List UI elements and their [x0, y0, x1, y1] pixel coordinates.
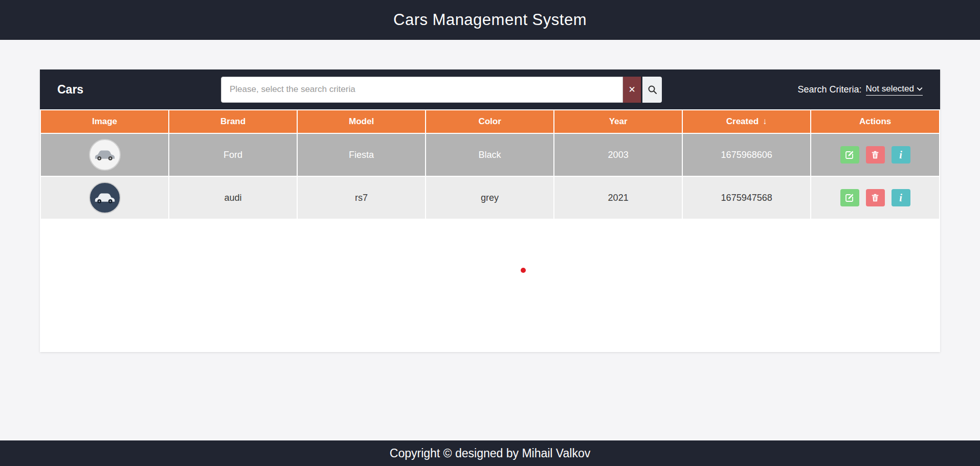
- column-header-model[interactable]: Model: [298, 110, 425, 133]
- close-icon: ✕: [628, 84, 635, 95]
- column-header-brand[interactable]: Brand: [169, 110, 297, 133]
- actions-cell: i: [811, 177, 939, 219]
- copyright-text: Copyright © designed by Mihail Valkov: [390, 447, 590, 460]
- app-header: Cars Management System: [0, 0, 980, 40]
- column-header-created[interactable]: Created↓: [683, 110, 810, 133]
- column-header-actions[interactable]: Actions: [811, 110, 939, 133]
- column-header-color[interactable]: Color: [426, 110, 553, 133]
- info-icon: i: [899, 193, 902, 203]
- edit-icon: [844, 150, 855, 160]
- brand-cell: audi: [169, 177, 297, 219]
- search-icon: [647, 84, 657, 95]
- brand-cell: Ford: [169, 134, 297, 176]
- delete-button[interactable]: [866, 189, 885, 206]
- search-criteria: Search Criteria: Not selected: [797, 84, 923, 96]
- main-content: Cars ✕ Search Criteria: Not selected: [0, 40, 980, 440]
- panel-toolbar: Cars ✕ Search Criteria: Not selected: [40, 69, 940, 109]
- search-criteria-dropdown[interactable]: Not selected: [866, 84, 923, 96]
- search-criteria-label: Search Criteria:: [797, 84, 861, 95]
- car-thumbnail: [89, 182, 121, 214]
- year-cell: 2003: [554, 134, 682, 176]
- info-icon: i: [899, 150, 902, 160]
- search-button[interactable]: [642, 77, 662, 103]
- trash-icon: [871, 193, 880, 202]
- footer: Copyright © designed by Mihail Valkov: [0, 440, 980, 466]
- model-cell: Fiesta: [298, 134, 425, 176]
- edit-icon: [844, 193, 855, 203]
- cars-panel: Cars ✕ Search Criteria: Not selected: [40, 69, 940, 352]
- page-title: Cars Management System: [393, 11, 587, 29]
- car-thumbnail: [89, 139, 121, 171]
- clear-search-button[interactable]: ✕: [623, 77, 641, 103]
- edit-button[interactable]: [840, 189, 859, 206]
- empty-area: [40, 220, 940, 352]
- created-cell: 1675947568: [683, 177, 810, 219]
- year-cell: 2021: [554, 177, 682, 219]
- search-box: ✕: [221, 77, 662, 103]
- cars-table: Image Brand Model Color Year Created↓ Ac…: [40, 109, 940, 220]
- image-cell: [41, 177, 168, 219]
- loading-dot: [521, 268, 526, 273]
- delete-button[interactable]: [866, 146, 885, 164]
- model-cell: rs7: [298, 177, 425, 219]
- table-header-row: Image Brand Model Color Year Created↓ Ac…: [41, 110, 939, 133]
- search-input[interactable]: [221, 77, 623, 103]
- panel-title: Cars: [57, 83, 221, 97]
- image-cell: [41, 134, 168, 176]
- chevron-down-icon: [917, 87, 923, 91]
- color-cell: grey: [426, 177, 553, 219]
- search-criteria-value: Not selected: [866, 84, 915, 94]
- column-header-year[interactable]: Year: [554, 110, 682, 133]
- info-button[interactable]: i: [892, 146, 910, 164]
- column-header-image[interactable]: Image: [41, 110, 168, 133]
- color-cell: Black: [426, 134, 553, 176]
- table-row: audi rs7 grey 2021 1675947568: [41, 177, 939, 219]
- table-row: Ford Fiesta Black 2003 1675968606: [41, 134, 939, 176]
- sort-desc-icon: ↓: [763, 116, 767, 126]
- trash-icon: [871, 150, 880, 159]
- info-button[interactable]: i: [892, 189, 910, 206]
- created-cell: 1675968606: [683, 134, 810, 176]
- actions-cell: i: [811, 134, 939, 176]
- edit-button[interactable]: [840, 146, 859, 164]
